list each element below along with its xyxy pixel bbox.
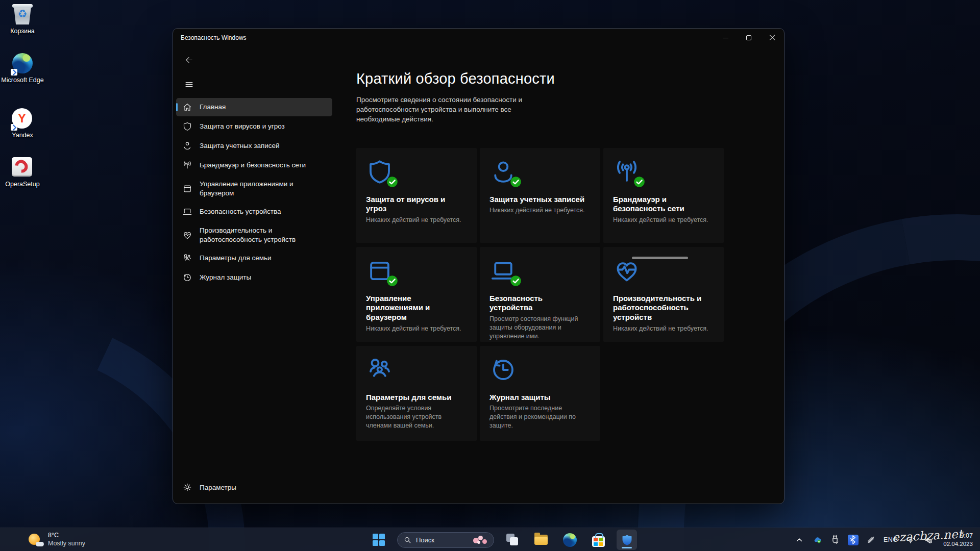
firewall-network-icon [182, 160, 192, 170]
sidebar-item-label: Параметры для семьи [200, 254, 272, 263]
sidebar: Главная Защита от вирусов и угроз Защита… [173, 47, 335, 504]
close-icon [769, 35, 775, 41]
tablet-icon [866, 535, 876, 545]
tile-virus-threat-protection[interactable]: Защита от вирусов и угроз Никаких действ… [356, 148, 477, 243]
chevron-up-icon [794, 535, 804, 545]
minimize-icon [723, 38, 728, 38]
wifi-icon [905, 535, 916, 545]
firewall-network-icon [613, 158, 641, 186]
tray-security-status-button[interactable] [811, 534, 823, 546]
tile-status: Никаких действий не требуется. [366, 324, 461, 333]
menu-button[interactable] [181, 78, 197, 91]
search-box[interactable]: Поиск [397, 532, 494, 548]
task-view-button[interactable] [502, 530, 523, 550]
sidebar-item-label: Управление приложениями и браузером [200, 180, 326, 197]
laptop-icon [182, 207, 192, 217]
close-button[interactable] [761, 29, 784, 47]
microsoft-store-button[interactable] [588, 530, 608, 550]
tray-bluetooth-button[interactable] [847, 534, 859, 546]
hamburger-icon [184, 80, 194, 89]
tile-status: Никаких действий не требуется. [613, 216, 708, 224]
shield-icon [182, 121, 192, 132]
desktop-icon-label: Корзина [1, 28, 44, 35]
back-arrow-icon [184, 55, 194, 65]
tray-overflow-button[interactable] [793, 534, 805, 546]
page-title: Краткий обзор безопасности [356, 70, 784, 87]
sidebar-item-device-performance-health[interactable]: Производительность и работоспособность у… [176, 222, 332, 248]
sidebar-item-protection-history[interactable]: Журнал защиты [176, 268, 332, 287]
minimize-button[interactable] [714, 29, 737, 47]
sidebar-item-label: Защита учетных записей [200, 141, 280, 151]
windows-security-taskbar-button[interactable] [617, 530, 637, 550]
windows-logo-icon [373, 534, 385, 546]
main-content: Краткий обзор безопасности Просмотрите с… [335, 47, 784, 504]
tray-usb-button[interactable] [829, 534, 841, 546]
tile-status: Просмотр состояния функций защиты оборуд… [489, 315, 585, 341]
tile-title: Производительность и работоспособность у… [613, 294, 708, 322]
weather-icon [28, 532, 43, 547]
family-icon [366, 356, 394, 384]
gear-icon [182, 482, 192, 492]
laptop-icon [489, 257, 517, 285]
search-seasonal-flowers-icon [472, 535, 489, 546]
account-icon [182, 141, 192, 151]
desktop-icon-recycle-bin[interactable]: ♻ Корзина [1, 4, 44, 35]
tile-account-protection[interactable]: Защита учетных записей Никаких действий … [480, 148, 600, 243]
file-explorer-button[interactable] [531, 530, 551, 550]
tray-volume-muted-button[interactable] [922, 534, 935, 546]
sidebar-item-home[interactable]: Главная [176, 98, 332, 116]
shortcut-arrow-icon [11, 124, 17, 131]
edge-icon [563, 533, 577, 547]
desktop-icon-label: Microsoft Edge [1, 77, 44, 84]
desktop-icon-label: OperaSetup [1, 181, 44, 188]
tile-family-options[interactable]: Параметры для семьи Определяйте условия … [356, 346, 477, 441]
divider-artifact [632, 257, 688, 259]
sidebar-item-device-security[interactable]: Безопасность устройства [176, 203, 332, 221]
history-icon [182, 272, 192, 283]
start-button[interactable] [369, 530, 389, 550]
widgets-weather-button[interactable]: 8°C Mostly sunny [23, 530, 89, 549]
check-badge-icon [633, 176, 645, 188]
tile-protection-history[interactable]: Журнал защиты Просмотрите последние дейс… [480, 346, 600, 441]
tile-device-security[interactable]: Безопасность устройства Просмотр состоян… [480, 247, 600, 342]
usb-icon [830, 535, 840, 545]
tray-tablet-button[interactable] [865, 534, 877, 546]
security-tiles-grid: Защита от вирусов и угроз Никаких действ… [356, 148, 784, 441]
recycle-bin-icon: ♻ [12, 4, 33, 26]
desktop-icon-microsoft-edge[interactable]: Microsoft Edge [1, 53, 44, 84]
check-badge-icon [510, 275, 522, 287]
yandex-icon: Y [12, 108, 33, 130]
apps-icon [182, 184, 192, 194]
bluetooth-icon [848, 535, 858, 545]
sidebar-item-label: Защита от вирусов и угроз [200, 122, 285, 131]
search-placeholder: Поиск [416, 536, 434, 544]
tray-wifi-button[interactable] [904, 534, 917, 546]
tile-status: Никаких действий не требуется. [366, 216, 461, 224]
tile-title: Параметры для семьи [366, 393, 461, 403]
back-button[interactable] [181, 53, 197, 66]
sidebar-item-label: Безопасность устройства [200, 207, 281, 216]
security-shield-icon [621, 534, 633, 546]
taskbar: 8°C Mostly sunny Поиск [0, 528, 980, 551]
settings-label: Параметры [200, 484, 236, 491]
sidebar-item-family-options[interactable]: Параметры для семьи [176, 249, 332, 267]
sidebar-settings-button[interactable]: Параметры [176, 478, 332, 496]
language-indicator[interactable]: ENG [883, 536, 899, 543]
history-icon [489, 356, 517, 384]
sidebar-item-virus-threat-protection[interactable]: Защита от вирусов и угроз [176, 117, 332, 136]
sidebar-item-account-protection[interactable]: Защита учетных записей [176, 137, 332, 155]
tile-device-performance-health[interactable]: Производительность и работоспособность у… [603, 247, 724, 342]
window-title: Безопасность Windows [181, 34, 247, 41]
edge-button[interactable] [559, 530, 580, 550]
desktop-icon-opera-setup[interactable]: OperaSetup [1, 157, 44, 188]
tile-status: Никаких действий не требуется. [489, 206, 585, 215]
clock[interactable]: 9:07 02.04.2023 [943, 532, 975, 547]
health-icon [613, 257, 641, 285]
opera-setup-icon [12, 157, 33, 179]
maximize-button[interactable] [737, 29, 761, 47]
tile-firewall-network[interactable]: Брандмауэр и безопасность сети Никаких д… [603, 148, 724, 243]
tile-app-browser-control[interactable]: Управление приложениями и браузером Ника… [356, 247, 477, 342]
sidebar-item-app-browser-control[interactable]: Управление приложениями и браузером [176, 176, 332, 202]
desktop-icon-yandex[interactable]: Y Yandex [1, 108, 44, 139]
sidebar-item-firewall-network[interactable]: Брандмауэр и безопасность сети [176, 156, 332, 174]
